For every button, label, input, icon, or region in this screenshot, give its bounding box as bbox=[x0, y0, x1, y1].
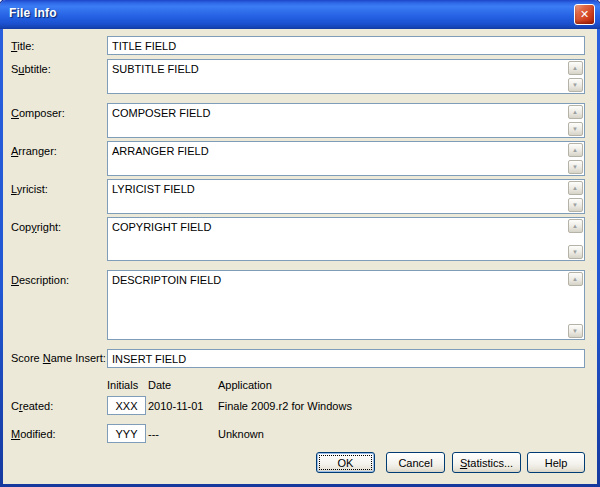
scroll-up-button[interactable]: ▲ bbox=[568, 219, 583, 233]
label-text: rranger: bbox=[18, 145, 57, 157]
composer-scrollbar[interactable]: ▲ ▼ bbox=[567, 105, 583, 136]
label-text: escription: bbox=[19, 274, 69, 286]
scroll-down-icon: ▼ bbox=[572, 164, 578, 170]
scroll-down-icon: ▼ bbox=[572, 126, 578, 132]
arranger-field: ARRANGER FIELD ▲ ▼ bbox=[107, 141, 585, 176]
date-column-header: Date bbox=[148, 379, 171, 392]
label-text: itle: bbox=[17, 40, 34, 52]
copyright-label: Copyright: bbox=[11, 221, 61, 234]
initials-column-header: Initials bbox=[107, 379, 138, 392]
file-info-dialog: File Info ✕ Title: Subtitle: SUBTITLE FI… bbox=[0, 0, 600, 487]
label-text: eated: bbox=[23, 400, 54, 412]
label-mnemonic: C bbox=[11, 107, 19, 119]
scroll-up-icon: ▲ bbox=[572, 65, 578, 71]
label-mnemonic: N bbox=[43, 352, 51, 364]
scroll-up-button[interactable]: ▲ bbox=[568, 143, 583, 157]
cancel-button[interactable]: Cancel bbox=[386, 452, 445, 473]
label-text: C bbox=[11, 400, 19, 412]
copyright-textarea[interactable]: COPYRIGHT FIELD bbox=[108, 218, 567, 260]
button-text: tatistics... bbox=[467, 457, 513, 469]
ok-button[interactable]: OK bbox=[316, 452, 375, 473]
modified-application-value: Unknown bbox=[218, 428, 264, 441]
scroll-up-icon: ▲ bbox=[572, 109, 578, 115]
modified-label: Modified: bbox=[11, 428, 56, 441]
scroll-up-icon: ▲ bbox=[572, 185, 578, 191]
description-scrollbar[interactable]: ▲ ▼ bbox=[567, 272, 583, 338]
score-name-insert-label: Score Name Insert: bbox=[11, 352, 106, 365]
lyricist-scrollbar[interactable]: ▲ ▼ bbox=[567, 181, 583, 212]
label-text: Cop bbox=[11, 221, 31, 233]
label-text: ame Insert: bbox=[51, 352, 106, 364]
scroll-up-button[interactable]: ▲ bbox=[568, 272, 583, 286]
subtitle-textarea[interactable]: SUBTITLE FIELD bbox=[108, 60, 567, 93]
label-text: odified: bbox=[20, 428, 55, 440]
description-textarea[interactable]: DESCRIPTOIN FIELD bbox=[108, 271, 567, 339]
subtitle-scrollbar[interactable]: ▲ ▼ bbox=[567, 61, 583, 92]
created-label: Created: bbox=[11, 400, 53, 413]
description-field: DESCRIPTOIN FIELD ▲ ▼ bbox=[107, 270, 585, 340]
modified-date-value: --- bbox=[148, 428, 159, 441]
button-text: Help bbox=[545, 457, 568, 469]
modified-initials-input[interactable] bbox=[107, 424, 146, 443]
button-text: OK bbox=[338, 457, 354, 469]
arranger-label: Arranger: bbox=[11, 145, 57, 158]
label-mnemonic: D bbox=[11, 274, 19, 286]
lyricist-textarea[interactable]: LYRICIST FIELD bbox=[108, 180, 567, 213]
composer-textarea[interactable]: COMPOSER FIELD bbox=[108, 104, 567, 137]
copyright-scrollbar[interactable]: ▲ ▼ bbox=[567, 219, 583, 259]
scroll-down-icon: ▼ bbox=[572, 82, 578, 88]
label-text: btitle: bbox=[24, 63, 50, 75]
created-date-value: 2010-11-01 bbox=[148, 400, 203, 413]
created-initials-input[interactable] bbox=[107, 396, 146, 415]
window-title: File Info bbox=[9, 6, 57, 20]
scroll-up-icon: ▲ bbox=[572, 223, 578, 229]
scroll-up-button[interactable]: ▲ bbox=[568, 181, 583, 195]
score-name-insert-input[interactable] bbox=[107, 349, 585, 368]
label-mnemonic: M bbox=[11, 428, 20, 440]
arranger-scrollbar[interactable]: ▲ ▼ bbox=[567, 143, 583, 174]
help-button[interactable]: Help bbox=[527, 452, 585, 473]
scroll-down-icon: ▼ bbox=[572, 328, 578, 334]
scroll-down-button[interactable]: ▼ bbox=[568, 245, 583, 259]
scroll-down-button[interactable]: ▼ bbox=[568, 324, 583, 338]
scroll-down-button[interactable]: ▼ bbox=[568, 198, 583, 212]
description-label: Description: bbox=[11, 274, 69, 287]
composer-label: Composer: bbox=[11, 107, 65, 120]
composer-field: COMPOSER FIELD ▲ ▼ bbox=[107, 103, 585, 138]
scroll-down-button[interactable]: ▼ bbox=[568, 160, 583, 174]
label-text: omposer: bbox=[19, 107, 65, 119]
arranger-textarea[interactable]: ARRANGER FIELD bbox=[108, 142, 567, 175]
scroll-up-button[interactable]: ▲ bbox=[568, 105, 583, 119]
close-button[interactable]: ✕ bbox=[574, 4, 595, 25]
scroll-down-icon: ▼ bbox=[572, 249, 578, 255]
copyright-field: COPYRIGHT FIELD ▲ ▼ bbox=[107, 217, 585, 261]
scroll-up-icon: ▲ bbox=[572, 276, 578, 282]
label-text: yricist: bbox=[17, 183, 48, 195]
scroll-down-button[interactable]: ▼ bbox=[568, 122, 583, 136]
scroll-down-button[interactable]: ▼ bbox=[568, 78, 583, 92]
lyricist-label: Lyricist: bbox=[11, 183, 48, 196]
label-text: Score bbox=[11, 352, 43, 364]
scroll-up-icon: ▲ bbox=[572, 147, 578, 153]
title-bar[interactable]: File Info ✕ bbox=[0, 0, 600, 29]
title-label: Title: bbox=[11, 40, 34, 53]
statistics-button[interactable]: Statistics... bbox=[452, 452, 521, 473]
close-icon: ✕ bbox=[580, 8, 589, 21]
title-input[interactable] bbox=[107, 36, 585, 55]
button-mnemonic: S bbox=[460, 457, 467, 469]
subtitle-field: SUBTITLE FIELD ▲ ▼ bbox=[107, 59, 585, 94]
button-text: Cancel bbox=[398, 457, 432, 469]
application-column-header: Application bbox=[218, 379, 272, 392]
lyricist-field: LYRICIST FIELD ▲ ▼ bbox=[107, 179, 585, 214]
label-text: right: bbox=[37, 221, 61, 233]
subtitle-label: Subtitle: bbox=[11, 63, 51, 76]
scroll-down-icon: ▼ bbox=[572, 202, 578, 208]
scroll-up-button[interactable]: ▲ bbox=[568, 61, 583, 75]
created-application-value: Finale 2009.r2 for Windows bbox=[218, 400, 352, 413]
